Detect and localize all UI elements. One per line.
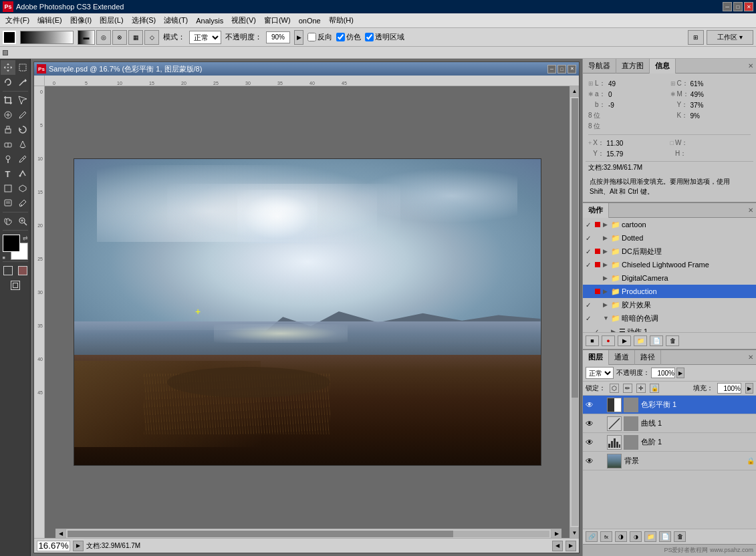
zoom-input[interactable]: 16.67% [37,541,70,551]
gradient-reflected-btn[interactable]: ▦ [128,30,143,45]
foreground-color-swatch[interactable] [3,235,20,252]
opacity-value-input[interactable] [651,368,675,378]
menu-image[interactable]: 图像(I) [66,14,96,27]
action-expand-production[interactable]: ▶ [603,288,610,295]
tool-hand[interactable] [1,214,15,229]
action-new-action-btn[interactable]: 📄 [650,335,663,346]
menu-edit[interactable]: 编辑(E) [33,14,66,27]
action-delete-btn[interactable]: 🗑 [666,335,679,346]
action-expand-cartoon[interactable]: ▶ [603,221,610,228]
menu-file[interactable]: 文件(F) [1,14,33,27]
tab-info[interactable]: 信息 [650,59,676,74]
action-dotted[interactable]: ✓ ▶ 📁 Dotted [583,231,756,245]
menu-view[interactable]: 视图(V) [227,14,260,27]
tool-notes[interactable] [1,196,15,211]
tool-history[interactable] [15,122,30,137]
panel-close-btn[interactable]: ✕ [748,62,753,70]
action-action1[interactable]: ✓ ▶ ☰ 动作 1 [583,325,756,332]
action-chiseled[interactable]: ✓ ▶ 📁 Chiseled Lightwood Frame [583,258,756,271]
scroll-right-btn[interactable]: ▶ [551,529,561,539]
reverse-checkbox[interactable] [307,33,316,41]
tab-layers[interactable]: 图层 [583,350,609,365]
tool-brush[interactable] [15,108,30,122]
actions-panel-close[interactable]: ✕ [748,206,753,214]
doc-minimize-btn[interactable]: ─ [547,65,556,74]
action-production[interactable]: ▶ 📁 Production [583,285,756,298]
menu-onone[interactable]: onOne [295,15,325,26]
tool-marquee[interactable] [15,60,30,75]
layer-trash-btn[interactable]: 🗑 [674,531,686,542]
doc-maximize-btn[interactable]: □ [557,65,566,74]
gradient-linear-btn[interactable]: ▬ [78,30,95,45]
canvas-viewport[interactable]: + ◀ ▶ [45,86,570,538]
layer-color-balance[interactable]: 👁 色彩平衡 1 [583,396,756,414]
menu-filter[interactable]: 滤镜(T) [160,14,192,27]
close-button[interactable]: ✕ [744,2,753,11]
workspace-selector[interactable]: 工作区 ▾ [707,30,753,45]
layer-visibility-background[interactable]: 👁 [584,456,595,466]
opacity-input[interactable]: 90% [266,31,290,43]
layers-panel-close[interactable]: ✕ [748,354,753,361]
gradient-radial-btn[interactable]: ◎ [96,30,111,45]
tool-path-select[interactable] [15,166,30,181]
minimize-button[interactable]: ─ [723,2,732,11]
lock-paint-btn[interactable]: ✏ [623,384,632,393]
layer-chain-background[interactable] [596,456,606,466]
status-nav-prev[interactable]: ◀ [552,541,563,551]
fill-value-input[interactable] [717,383,741,394]
doc-close-btn[interactable]: ✕ [568,65,576,74]
tool-eyedropper[interactable] [15,196,30,211]
lock-all-btn[interactable]: 🔒 [650,384,659,393]
tool-3d[interactable] [15,181,30,196]
tool-magic-wand[interactable] [15,75,30,90]
default-colors-icon[interactable]: ■ [3,255,5,260]
layer-curves[interactable]: 👁 曲线 1 [583,414,756,433]
action-dc[interactable]: ✓ ▶ 📁 DC后期处理 [583,245,756,258]
tool-lasso[interactable] [1,75,15,90]
tool-eraser[interactable] [1,137,15,152]
tool-pen[interactable] [15,152,30,166]
gradient-angle-btn[interactable]: ⊗ [112,30,127,45]
gradient-preview[interactable] [20,31,74,44]
horizontal-scrollbar[interactable]: ◀ ▶ [55,529,561,538]
status-nav-next[interactable]: ▶ [565,541,576,551]
scroll-down-btn[interactable]: ▼ [570,527,580,538]
layer-mask-btn[interactable]: ◑ [615,531,627,542]
swap-colors-icon[interactable]: ⇄ [23,235,28,241]
opacity-arrow-btn[interactable]: ▶ [676,368,684,378]
workspace-icon-btn[interactable]: ⊞ [688,30,704,45]
tool-zoom[interactable] [15,214,30,229]
action-expand-darktones[interactable]: ▼ [603,315,610,321]
tab-navigator[interactable]: 导航器 [583,59,616,74]
layer-visibility-eye[interactable]: 👁 [584,400,595,410]
mode-select[interactable]: 正常 [189,31,221,44]
scroll-v-thumb[interactable] [572,98,578,398]
menu-select[interactable]: 选择(S) [128,14,160,27]
tool-quick-mask[interactable] [15,263,30,278]
foreground-color-btn[interactable] [3,31,16,44]
scroll-left-btn[interactable]: ◀ [55,529,66,539]
scroll-thumb[interactable] [68,531,453,537]
lock-move-btn[interactable]: ✛ [636,384,646,393]
tab-paths[interactable]: 路径 [635,350,661,365]
action-expand-digitalcamera[interactable]: ▶ [603,275,610,281]
gradient-diamond-btn[interactable]: ◇ [144,30,159,45]
vertical-scrollbar[interactable]: ▲ ▼ [570,86,579,538]
tool-slice[interactable] [15,93,30,108]
action-expand-film[interactable]: ▶ [603,301,610,308]
action-record-btn[interactable]: ● [602,335,615,346]
maximize-button[interactable]: □ [733,2,743,11]
layer-link-btn[interactable]: 🔗 [586,531,598,542]
action-expand-dc[interactable]: ▶ [603,248,610,255]
action-digitalcamera[interactable]: ▶ 📁 DigitalCamera [583,271,756,285]
tab-histogram[interactable]: 直方图 [616,59,650,74]
tool-dodge[interactable] [1,152,15,166]
action-stop-btn[interactable]: ■ [586,335,599,346]
layer-background[interactable]: 👁 背景 🔒 [583,452,756,470]
action-expand-chiseled[interactable]: ▶ [603,261,610,268]
tab-actions[interactable]: 动作 [583,203,609,218]
tool-screen-mode[interactable] [8,278,23,293]
layer-visibility-levels[interactable]: 👁 [584,437,595,448]
opacity-arrow-btn[interactable]: ▶ [294,30,303,45]
menu-analysis[interactable]: Analysis [192,15,227,26]
